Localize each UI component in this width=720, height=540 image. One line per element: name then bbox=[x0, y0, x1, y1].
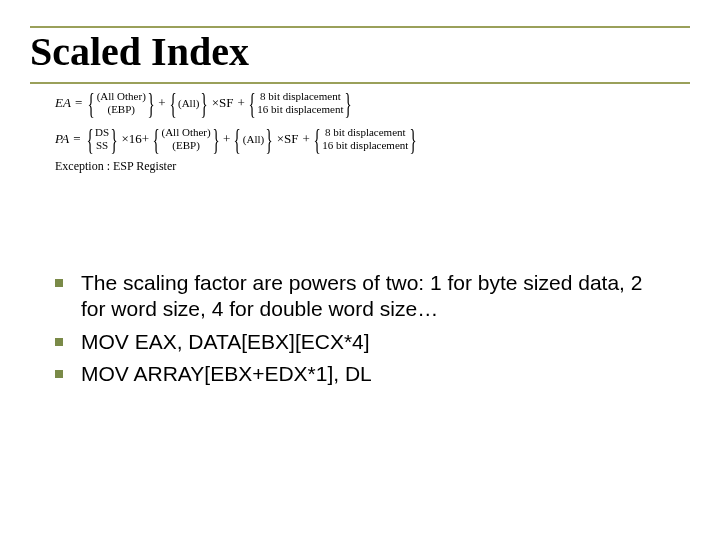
list-item: MOV EAX, DATA[EBX][ECX*4] bbox=[55, 329, 655, 355]
plus-sign: + bbox=[158, 96, 165, 110]
brace-base-top: (All Other) bbox=[162, 126, 211, 139]
slide-title: Scaled Index bbox=[30, 30, 249, 74]
eq-sign: = bbox=[75, 96, 82, 110]
slide: Scaled Index EA = { (All Other) (EBP) } … bbox=[0, 0, 720, 540]
brace-base-bot: (EBP) bbox=[107, 103, 135, 116]
brace-base-bot: (EBP) bbox=[172, 139, 200, 152]
brace-disp-bot: 16 bit displacement bbox=[322, 139, 408, 152]
brace-disp-bot: 16 bit displacement bbox=[257, 103, 343, 116]
formula-block: EA = { (All Other) (EBP) } + { (All) } ×… bbox=[55, 88, 419, 173]
brace-disp-top: 8 bit displacement bbox=[260, 90, 341, 103]
plus-sign: + bbox=[302, 132, 309, 146]
bullet-icon bbox=[55, 370, 63, 378]
formula-ea: EA = { (All Other) (EBP) } + { (All) } ×… bbox=[55, 88, 419, 118]
list-item: MOV ARRAY[EBX+EDX*1], DL bbox=[55, 361, 655, 387]
bullet-text: MOV EAX, DATA[EBX][ECX*4] bbox=[81, 329, 655, 355]
ea-label: EA bbox=[55, 96, 71, 110]
brace-index: { (All) } bbox=[168, 88, 210, 118]
bullet-text: The scaling factor are powers of two: 1 … bbox=[81, 270, 655, 323]
brace-base: { (All Other) (EBP) } bbox=[151, 124, 221, 154]
brace-index-label: (All) bbox=[178, 97, 199, 110]
bullet-icon bbox=[55, 338, 63, 346]
brace-disp: { 8 bit displacement 16 bit displacement… bbox=[312, 124, 419, 154]
title-rule-top bbox=[30, 26, 690, 28]
brace-seg: { DS SS } bbox=[85, 124, 120, 154]
title-rule-bottom bbox=[30, 82, 690, 84]
times-sf: ×SF bbox=[277, 132, 299, 146]
body-text: The scaling factor are powers of two: 1 … bbox=[55, 270, 655, 393]
formula-exception: Exception : ESP Register bbox=[55, 160, 419, 173]
times-16: ×16+ bbox=[121, 132, 149, 146]
list-item: The scaling factor are powers of two: 1 … bbox=[55, 270, 655, 323]
brace-disp: { 8 bit displacement 16 bit displacement… bbox=[247, 88, 354, 118]
brace-disp-top: 8 bit displacement bbox=[325, 126, 406, 139]
plus-sign: + bbox=[238, 96, 245, 110]
brace-base: { (All Other) (EBP) } bbox=[86, 88, 156, 118]
pa-label: PA bbox=[55, 132, 69, 146]
brace-seg-bot: SS bbox=[96, 139, 108, 152]
eq-sign: = bbox=[73, 132, 80, 146]
brace-seg-top: DS bbox=[95, 126, 109, 139]
formula-pa: PA = { DS SS } ×16+ { (All Other) (EBP) … bbox=[55, 124, 419, 154]
times-sf: ×SF bbox=[212, 96, 234, 110]
bullet-icon bbox=[55, 279, 63, 287]
brace-index: { (All) } bbox=[232, 124, 274, 154]
brace-base-top: (All Other) bbox=[97, 90, 146, 103]
plus-sign: + bbox=[223, 132, 230, 146]
bullet-text: MOV ARRAY[EBX+EDX*1], DL bbox=[81, 361, 655, 387]
brace-index-label: (All) bbox=[243, 133, 264, 146]
